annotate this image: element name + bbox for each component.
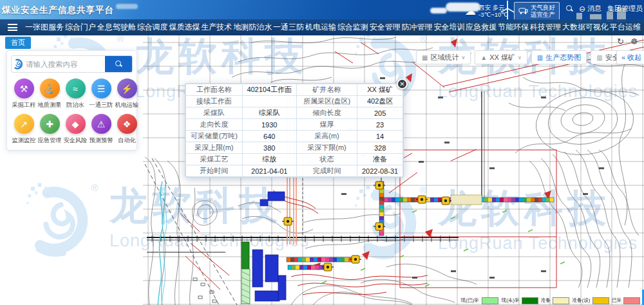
weather-status-line2: 适宜生产	[531, 11, 555, 18]
toolbar-button-生产态势图[interactable]: ▥生产态势图	[531, 50, 587, 64]
tab-home[interactable]: 首页	[5, 37, 31, 49]
nav-item-5[interactable]: 煤质选煤	[169, 22, 200, 33]
nav-item-13[interactable]: 安全培训	[433, 22, 464, 33]
field-label: 采深下限(m)	[296, 142, 357, 154]
search-button[interactable]	[105, 55, 132, 73]
legend-swatch	[482, 297, 498, 304]
app-shortcut-防治水[interactable]: ≈防治水	[62, 79, 88, 109]
mine-icon: ▲	[480, 54, 487, 61]
table-row: 走向长度1930煤厚23	[186, 119, 403, 131]
field-value: XX 煤矿	[357, 84, 403, 96]
weather-cloud-icon: ☁	[465, 5, 476, 18]
nav-item-3[interactable]: 全息驾驶舱	[97, 22, 136, 33]
app-header: 煤业安全生产信息共享平台 ☁ 西安 多云 -3℃~10℃ 天气良好 适宜生产 ⊖…	[0, 0, 644, 35]
water-icon: ≈	[66, 79, 86, 98]
toolbar-button-label: 区域统计	[430, 53, 459, 62]
field-label: 工作面名称	[186, 84, 243, 96]
table-row: 工作面名称402104工作面矿井名称XX 煤矿	[186, 84, 403, 96]
search-icon	[115, 60, 122, 68]
app-shortcut-安全风险[interactable]: ◆安全风险	[62, 114, 88, 145]
anchor-icon: ⚓	[40, 79, 60, 98]
chart-bar-icon: ▥	[537, 54, 543, 61]
legend-label: 准备(设)	[572, 297, 590, 304]
user-account-label[interactable]: 集团管理员	[607, 4, 643, 14]
collapse-icon: «	[621, 53, 625, 61]
svg-text:®: ®	[91, 182, 98, 193]
nav-item-16[interactable]: 科技管理	[530, 22, 561, 33]
main-nav: 一张图服务综合门户全息驾驶舱综合调度煤质选煤生产技术地测防治水一通三防机电运输综…	[0, 19, 644, 35]
app-shortcut-label: 自动化	[118, 136, 136, 145]
field-label: 采煤队	[186, 107, 243, 119]
app-shortcut-grid: ⚒采掘工程⚓地质测量≈防治水☰一通三防⚡机电运输↗监测监控✚应急管理◆安全风险⚠…	[11, 79, 133, 145]
toolbar-button-label: XX 煤矿	[489, 53, 515, 62]
nav-item-1[interactable]: 一张图服务	[25, 22, 64, 33]
table-row: 接续工作面所属采区(盘区)402盘区	[186, 96, 403, 107]
field-label: 接续工作面	[186, 96, 243, 107]
field-value: 205	[357, 107, 403, 119]
search-bar	[11, 55, 133, 73]
toolbar-button-XX 煤矿[interactable]: ▲XX 煤矿∨	[475, 50, 527, 64]
field-value: 402盘区	[357, 96, 403, 107]
weather-widget: ☁ 西安 多云 -3℃~10℃ 天气良好 适宜生产	[465, 2, 560, 20]
app-shortcut-机电运输[interactable]: ⚡机电运输	[114, 79, 140, 109]
app-shortcut-采掘工程[interactable]: ⚒采掘工程	[11, 79, 37, 109]
field-label: 可采储量(万吨)	[186, 131, 243, 142]
app-shortcut-监测监控[interactable]: ↗监测监控	[11, 114, 37, 145]
search-input[interactable]	[26, 60, 105, 68]
nav-item-17[interactable]: 大数据可视化	[562, 22, 609, 33]
messages-button[interactable]: ⊖消息	[579, 4, 601, 14]
app-shortcut-地质测量[interactable]: ⚓地质测量	[37, 79, 62, 109]
map-corner-icons: ↻ ☸	[617, 37, 638, 46]
field-label: 采高(m)	[296, 131, 357, 142]
refresh-icon[interactable]: ↻	[617, 37, 624, 46]
nav-item-10[interactable]: 综合监测	[337, 22, 368, 33]
legend-label: 现(已)采	[461, 297, 479, 304]
nav-item-14[interactable]: 应急救援	[466, 22, 497, 33]
collapse-label: 收起	[627, 53, 641, 62]
nav-item-12[interactable]: 防冲管理	[402, 22, 433, 33]
grid-icon: ▦	[422, 54, 428, 61]
nav-item-6[interactable]: 生产技术	[201, 22, 232, 33]
nav-item-4[interactable]: 综合调度	[137, 22, 168, 33]
close-icon[interactable]: ✕	[397, 79, 408, 89]
header-right-group: ⊖消息 集团管理员	[566, 4, 643, 14]
hamburger-menu-icon[interactable]	[0, 24, 24, 31]
cloud-decoration	[116, 4, 138, 9]
alert-icon: ⚠	[91, 114, 111, 134]
field-value	[242, 96, 296, 107]
nav-item-9[interactable]: 机电运输	[305, 22, 336, 33]
main-content: ®龙软科技LongRuan Technologies®龙软科技LongRuan …	[0, 35, 644, 305]
field-label: 采深上限(m)	[186, 142, 243, 154]
table-row: 采煤工艺综放状态准备	[186, 154, 403, 165]
collapse-button[interactable]: «收起	[616, 50, 644, 64]
field-value: 23	[357, 119, 403, 131]
app-shortcut-label: 防治水	[66, 101, 84, 109]
app-shortcut-应急管理[interactable]: ✚应急管理	[37, 114, 62, 145]
nav-item-18[interactable]: 平台运维	[610, 22, 641, 33]
pickaxe-icon: ⚒	[14, 79, 34, 98]
cloud-decoration	[430, 8, 447, 14]
field-value: 2021-04-01	[242, 165, 296, 177]
app-shortcut-label: 地质测量	[38, 101, 62, 109]
nav-item-11[interactable]: 安全管理	[370, 22, 401, 33]
table-row: 开始时间2021-04-01完成时间2022-08-31	[186, 165, 403, 177]
app-shortcut-一通三防[interactable]: ☰一通三防	[88, 79, 114, 109]
nav-item-2[interactable]: 综合门户	[65, 22, 96, 33]
weather-city: 西安 多云	[478, 4, 508, 11]
nav-item-15[interactable]: 节能环保	[498, 22, 529, 33]
app-shortcut-label: 机电运输	[115, 101, 139, 109]
nav-item-7[interactable]: 地测防治水	[233, 22, 272, 33]
nav-item-8[interactable]: 一通三防	[273, 22, 304, 33]
app-shortcut-label: 一通三防	[90, 101, 113, 109]
search-icon[interactable]	[566, 5, 573, 12]
app-shortcut-自动化[interactable]: ❖自动化	[114, 114, 140, 145]
workface-info-popup: ✕ 工作面名称402104工作面矿井名称XX 煤矿接续工作面所属采区(盘区)40…	[185, 83, 404, 178]
settings-gear-icon[interactable]: ☸	[630, 37, 638, 46]
toolbar-button-区域统计[interactable]: ▦区域统计∨	[416, 50, 471, 64]
message-icon: ⊖	[579, 5, 585, 14]
field-label: 煤厚	[296, 119, 357, 131]
legend-swatch	[623, 297, 640, 304]
mine-truck-icon	[518, 7, 528, 15]
legend-item-现(已)采: 现(已)采	[460, 297, 498, 304]
app-shortcut-预测预警[interactable]: ⚠预测预警	[88, 114, 114, 145]
